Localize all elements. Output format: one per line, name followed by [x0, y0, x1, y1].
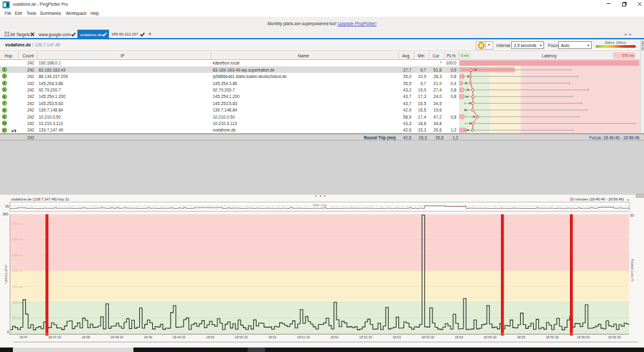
svg-text:vodafone.de (139.7.147.49) hop: vodafone.de (139.7.147.49) hop 11 — [11, 197, 69, 201]
svg-text:0: 0 — [7, 330, 9, 334]
svg-text:18:55: 18:55 — [517, 335, 525, 339]
svg-text:18:47: 18:47 — [19, 335, 28, 339]
svg-text:350 ms: 350 ms — [12, 222, 23, 226]
svg-text:18:50:30: 18:50:30 — [235, 335, 248, 339]
svg-text:18:51: 18:51 — [268, 335, 277, 339]
svg-text:380: 380 — [3, 212, 8, 216]
svg-text:35: 35 — [5, 204, 9, 208]
svg-text:18:48:30: 18:48:30 — [110, 335, 123, 339]
svg-text:100 ms: 100 ms — [12, 300, 23, 304]
svg-text:Packet Loss %: Packet Loss % — [630, 259, 634, 282]
svg-text:10 minutes (18:46:46 - 18:56:4: 10 minutes (18:46:46 - 18:56:46) — [570, 197, 624, 201]
svg-text:18:53: 18:53 — [393, 335, 401, 339]
svg-text:18:49: 18:49 — [144, 335, 152, 339]
svg-text:Jitter (ms): Jitter (ms) — [312, 203, 327, 207]
svg-text:18:50: 18:50 — [206, 335, 215, 339]
svg-text:30: 30 — [630, 213, 634, 217]
svg-text:▼: ▼ — [627, 199, 629, 202]
svg-text:18:48: 18:48 — [82, 335, 90, 339]
svg-text:18:47:30: 18:47:30 — [48, 335, 61, 339]
svg-text:Latency (ms): Latency (ms) — [4, 265, 8, 284]
svg-text:18:55:30: 18:55:30 — [545, 335, 558, 339]
svg-text:18:54: 18:54 — [454, 335, 463, 339]
svg-text:18:52: 18:52 — [330, 335, 338, 339]
svg-text:18:51:30: 18:51:30 — [297, 335, 310, 339]
svg-text:18:53:30: 18:53:30 — [421, 335, 434, 339]
svg-text:300 ms: 300 ms — [12, 237, 23, 241]
svg-text:18:52:30: 18:52:30 — [359, 335, 372, 339]
svg-text:18:56:00: 18:56:00 — [577, 335, 590, 339]
svg-text:150 ms: 150 ms — [12, 285, 23, 289]
svg-text:50 ms: 50 ms — [12, 316, 21, 320]
svg-text:250 ms: 250 ms — [12, 253, 23, 257]
svg-text:18:56:30: 18:56:30 — [608, 335, 621, 339]
svg-text:18:54:30: 18:54:30 — [483, 335, 496, 339]
svg-text:18:49:30: 18:49:30 — [173, 335, 186, 339]
svg-text:200 ms: 200 ms — [12, 269, 23, 273]
